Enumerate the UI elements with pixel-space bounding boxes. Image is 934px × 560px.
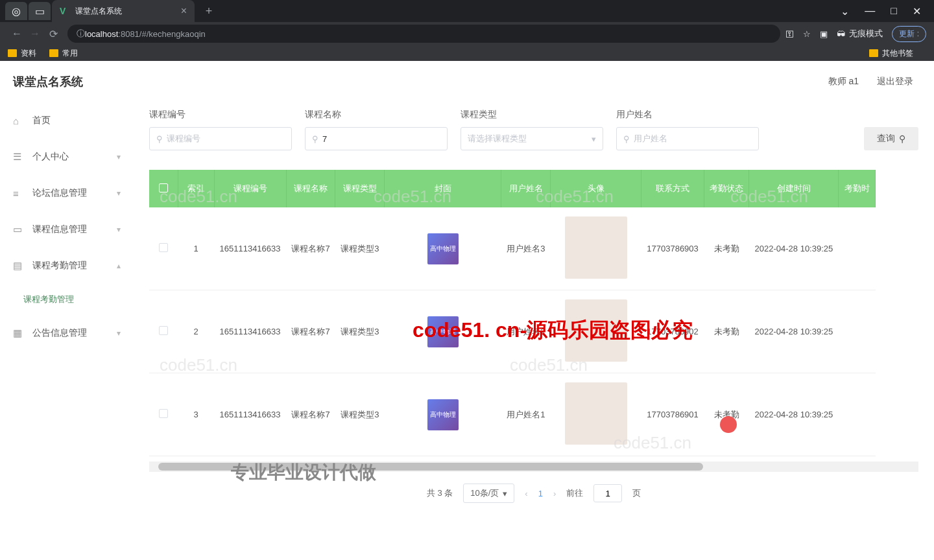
user-avatar[interactable] [565,216,627,279]
address-bar: ← → ⟳ ⓘ localhost:8081/#/kechengkaoqin ⚿… [0,22,934,45]
user-avatar[interactable] [565,299,627,362]
key-icon[interactable]: ⚿ [785,29,794,39]
cover-thumbnail[interactable]: 高中物理 [427,399,459,430]
horizontal-scrollbar[interactable] [149,461,918,472]
folder-icon [869,49,878,57]
table-header: 联系方式 [641,170,704,207]
logout-link[interactable]: 退出登录 [877,76,913,88]
search-icon: ⚲ [899,134,905,144]
tab-active[interactable]: V 课堂点名系统 × [52,0,195,22]
chevron-icon: ▴ [117,261,121,270]
goto-page-input[interactable] [593,484,622,502]
tab-bar: ◎ ▭ V 课堂点名系统 × + ⌄ — □ ✕ [0,0,934,22]
table-row: 31651113416633课程名称7课程类型3高中物理用户姓名11770378… [149,373,876,456]
prev-page-button[interactable]: ‹ [525,489,527,498]
menu-icon: ☰ [13,151,25,163]
menu-icon: ≡ [13,188,25,199]
filter-course-type: 课程类型 请选择课程类型▾ [461,109,603,150]
folder-icon [49,49,58,57]
user-avatar[interactable] [565,382,627,445]
chevron-icon: ▾ [117,225,121,234]
chevron-icon: ▾ [117,329,121,338]
sidebar-item[interactable]: ▤课程考勤管理▴ [0,248,134,284]
sidebar-item[interactable]: ▦公告信息管理▾ [0,315,134,351]
chevron-icon: ▾ [117,189,121,198]
table-row: 11651113416633课程名称7课程类型3高中物理用户姓名31770378… [149,207,876,290]
table-header [149,170,178,207]
menu-icon: ▤ [13,260,25,272]
menu-icon: ⌂ [13,115,25,126]
row-checkbox[interactable] [159,409,168,418]
minimize-icon[interactable]: — [865,5,875,18]
table-container: 索引课程编号课程名称课程类型封面用户姓名头像联系方式考勤状态创建时间考勤时 11… [149,170,918,456]
filter-course-name: 课程名称 ⚲7 [305,109,448,150]
star-icon[interactable]: ☆ [803,29,811,39]
table-header: 课程类型 [335,170,385,207]
table-header: 创建时间 [749,170,839,207]
tab-inactive-2[interactable]: ▭ [29,2,51,20]
update-button[interactable]: 更新 : [892,26,926,42]
app-logo: 课堂点名系统 [0,61,134,102]
bookmark-ziliao[interactable]: 资料 [8,48,36,59]
browser-chrome: ◎ ▭ V 课堂点名系统 × + ⌄ — □ ✕ ← → ⟳ ⓘ localho… [0,0,934,61]
pagination: 共 3 条 10条/页▾ ‹ 1 › 前往 页 [149,472,918,515]
reload-button[interactable]: ⟳ [44,25,62,43]
chevron-icon: ▾ [117,152,121,161]
incognito-icon: 🕶 [837,29,845,39]
table-header: 考勤时 [839,170,876,207]
filter-user-name: 用户姓名 ⚲用户姓名 [616,109,759,150]
chevron-down-icon: ▾ [592,134,596,144]
sidebar-item[interactable]: ≡论坛信息管理▾ [0,175,134,211]
chevron-down-icon[interactable]: ⌄ [841,5,849,18]
filter-bar: 课程编号 ⚲课程编号 课程名称 ⚲7 课程类型 请选择课程类型▾ 用户姓名 ⚲用… [149,102,918,170]
vue-favicon-icon: V [60,6,70,16]
search-icon: ⚲ [312,134,318,144]
content: 课程编号 ⚲课程编号 课程名称 ⚲7 课程类型 请选择课程类型▾ 用户姓名 ⚲用… [134,102,934,560]
menu-icon: ▦ [13,327,25,339]
checkbox-all[interactable] [159,183,168,192]
page-size-select[interactable]: 10条/页▾ [463,484,514,503]
sidebar-item[interactable]: ☰个人中心▾ [0,139,134,175]
row-checkbox[interactable] [159,243,168,252]
table-header: 课程编号 [214,170,286,207]
page-number-current[interactable]: 1 [538,489,543,498]
tab-close-icon[interactable]: × [181,5,187,17]
new-tab-button[interactable]: + [200,2,218,20]
main-area: 教师 a1 退出登录 课程编号 ⚲课程编号 课程名称 ⚲7 课程类型 请选择课程… [134,61,934,560]
back-button[interactable]: ← [8,25,26,43]
extensions-icon[interactable]: ▣ [820,29,828,39]
maximize-icon[interactable]: □ [891,5,897,18]
sidebar-item[interactable]: 课程考勤管理 [0,284,134,315]
forward-button[interactable]: → [26,25,44,43]
row-checkbox[interactable] [159,326,168,335]
tab-inactive-1[interactable]: ◎ [5,2,27,20]
search-button[interactable]: 查询⚲ [864,127,918,150]
attendance-table: 索引课程编号课程名称课程类型封面用户姓名头像联系方式考勤状态创建时间考勤时 11… [149,170,876,456]
app-root: 课堂点名系统 ⌂首页☰个人中心▾≡论坛信息管理▾▭课程信息管理▾▤课程考勤管理▴… [0,61,934,560]
menu-icon: ▭ [13,224,25,235]
window-controls: ⌄ — □ ✕ [841,5,934,18]
course-code-input[interactable]: ⚲课程编号 [149,127,292,150]
table-header: 索引 [178,170,214,207]
user-name-input[interactable]: ⚲用户姓名 [616,127,759,150]
cover-thumbnail[interactable]: 高中物理 [427,316,459,347]
scrollbar-thumb[interactable] [158,463,703,471]
url-input[interactable]: ⓘ localhost:8081/#/kechengkaoqin [67,25,780,43]
other-bookmarks[interactable]: 其他书签 [869,48,913,59]
course-name-input[interactable]: ⚲7 [305,127,448,150]
table-header: 课程名称 [286,170,335,207]
bookmark-changyong[interactable]: 常用 [49,48,78,59]
header: 教师 a1 退出登录 [134,61,934,102]
close-window-icon[interactable]: ✕ [913,5,921,18]
sidebar: 课堂点名系统 ⌂首页☰个人中心▾≡论坛信息管理▾▭课程信息管理▾▤课程考勤管理▴… [0,61,134,560]
bookmarks-bar: 资料 常用 其他书签 [0,45,934,61]
cover-thumbnail[interactable]: 高中物理 [427,233,459,264]
sidebar-item[interactable]: ⌂首页 [0,102,134,139]
table-header: 头像 [551,170,641,207]
table-header: 考勤状态 [704,170,749,207]
sidebar-item[interactable]: ▭课程信息管理▾ [0,211,134,248]
filter-course-code: 课程编号 ⚲课程编号 [149,109,292,150]
next-page-button[interactable]: › [553,489,556,498]
tab-title: 课堂点名系统 [75,6,122,17]
course-type-select[interactable]: 请选择课程类型▾ [461,127,603,150]
